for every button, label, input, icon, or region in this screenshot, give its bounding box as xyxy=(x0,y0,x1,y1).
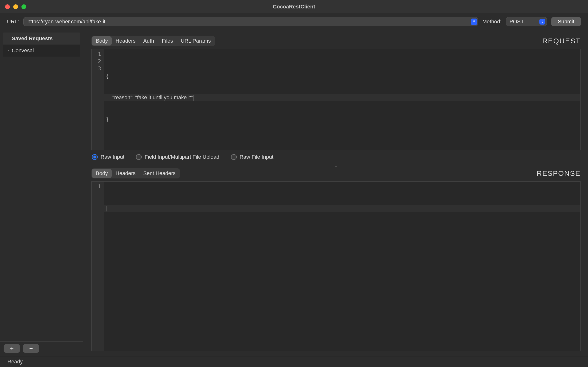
response-body-editor[interactable]: 1 xyxy=(91,181,580,351)
sidebar-footer: + − xyxy=(3,344,80,356)
app-title: CocoaRestClient xyxy=(273,4,315,10)
request-section-header: Body Headers Auth Files URL Params REQUE… xyxy=(91,36,580,46)
app-window: CocoaRestClient URL: Method: POST Submit xyxy=(0,0,588,367)
chevron-right-icon xyxy=(7,49,10,52)
code-line: { xyxy=(106,73,108,79)
request-title: REQUEST xyxy=(542,37,580,45)
fullscreen-window-icon[interactable] xyxy=(21,4,26,9)
tab-response-sentheaders[interactable]: Sent Headers xyxy=(139,169,179,178)
input-mode-raw[interactable]: Raw Input xyxy=(92,154,124,160)
code-line: } xyxy=(106,116,108,122)
request-tabs: Body Headers Auth Files URL Params xyxy=(91,36,215,46)
remove-request-button[interactable]: − xyxy=(23,344,39,353)
url-input-wrap xyxy=(23,17,478,26)
text-cursor-icon xyxy=(107,206,107,211)
titlebar: CocoaRestClient xyxy=(0,0,588,13)
method-value: POST xyxy=(510,18,524,25)
saved-requests-header: Saved Requests xyxy=(3,33,80,45)
url-label: URL: xyxy=(7,18,19,25)
tab-request-files[interactable]: Files xyxy=(158,36,177,46)
content-area: Body Headers Auth Files URL Params REQUE… xyxy=(83,30,588,356)
chevron-updown-icon xyxy=(541,18,544,25)
input-mode-label: Raw Input xyxy=(101,154,124,160)
add-request-button[interactable]: + xyxy=(4,344,20,353)
minimize-window-icon[interactable] xyxy=(13,4,18,9)
url-input[interactable] xyxy=(23,17,478,26)
url-history-dropdown[interactable] xyxy=(471,18,477,25)
saved-request-item[interactable]: Convesai xyxy=(3,46,80,55)
response-tabs: Body Headers Sent Headers xyxy=(91,168,180,178)
response-code[interactable] xyxy=(104,182,580,351)
sidebar-divider xyxy=(0,342,83,342)
close-window-icon[interactable] xyxy=(5,4,10,9)
input-mode-label: Raw File Input xyxy=(240,154,274,160)
sidebar-spacer xyxy=(3,57,80,342)
tab-request-urlparams[interactable]: URL Params xyxy=(177,36,215,46)
input-mode-label: Field Input/Multipart File Upload xyxy=(145,154,219,160)
request-code[interactable]: { "reason": "fake it until you make it" … xyxy=(104,49,580,150)
request-gutter: 1 2 3 xyxy=(92,49,104,150)
radio-icon xyxy=(231,154,237,160)
radio-icon xyxy=(92,154,98,160)
tab-request-body[interactable]: Body xyxy=(92,36,112,46)
request-input-mode-row: Raw Input Field Input/Multipart File Upl… xyxy=(91,150,580,165)
response-gutter: 1 xyxy=(92,182,104,351)
tab-response-headers[interactable]: Headers xyxy=(112,169,139,178)
window-controls xyxy=(0,4,26,9)
submit-button[interactable]: Submit xyxy=(551,17,581,26)
tab-request-auth[interactable]: Auth xyxy=(139,36,158,46)
method-dropdown-icon-wrap xyxy=(540,19,545,25)
sidebar: Saved Requests Convesai + − xyxy=(0,30,83,356)
request-body-editor[interactable]: 1 2 3 { "reason": "fake it until you mak… xyxy=(91,49,580,150)
tab-request-headers[interactable]: Headers xyxy=(112,36,139,46)
text-cursor-icon xyxy=(193,95,193,101)
method-label: Method: xyxy=(482,18,502,25)
method-select[interactable]: POST xyxy=(506,17,547,26)
saved-request-label: Convesai xyxy=(12,47,34,54)
response-title: RESPONSE xyxy=(537,169,580,177)
split-handle[interactable]: • xyxy=(91,165,580,168)
saved-requests-panel: Saved Requests Convesai xyxy=(3,33,80,57)
status-text: Ready xyxy=(8,359,23,365)
radio-icon xyxy=(136,154,142,160)
tab-response-body[interactable]: Body xyxy=(92,169,112,178)
input-mode-multipart[interactable]: Field Input/Multipart File Upload xyxy=(136,154,219,160)
saved-requests-list: Convesai xyxy=(3,45,80,57)
code-line: "reason": "fake it until you make it" xyxy=(106,94,193,100)
status-bar: Ready xyxy=(0,356,588,367)
toolbar: URL: Method: POST Submit xyxy=(0,13,588,30)
chevron-down-icon xyxy=(472,19,476,24)
main-body: Saved Requests Convesai + − xyxy=(0,30,588,356)
response-section-header: Body Headers Sent Headers RESPONSE xyxy=(91,168,580,178)
input-mode-rawfile[interactable]: Raw File Input xyxy=(231,154,274,160)
